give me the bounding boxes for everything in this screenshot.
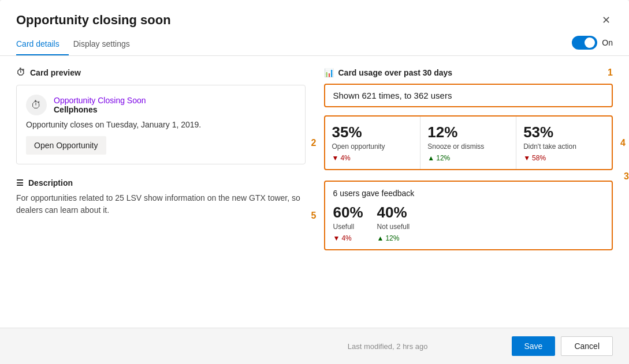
- arrow-down-icon3: [333, 234, 340, 242]
- card-subtitle: Cellphones: [54, 105, 146, 114]
- card-header: ⏱ Opportunity Closing Soon Cellphones: [26, 95, 296, 115]
- toggle-switch[interactable]: [572, 36, 597, 50]
- description-icon: ☰: [16, 178, 24, 187]
- footer-modified: Last modified, 2 hrs ago: [264, 342, 512, 351]
- usage-num2: 2: [311, 138, 317, 148]
- usage-title: 📊 Card usage over past 30 days: [324, 68, 453, 77]
- modal-header: Opportunity closing soon ✕: [0, 0, 629, 29]
- tabs-left: Card details Display settings: [16, 33, 144, 55]
- arrow-up-icon2: [377, 234, 384, 242]
- arrow-down-icon2: [523, 154, 530, 162]
- stat-noaction-change: 58%: [523, 154, 605, 162]
- feedback-title: 6 users gave feedback: [333, 189, 604, 198]
- feedback-box: 6 users gave feedback 60% Usefull 4% 40%…: [324, 181, 613, 250]
- modal-title: Opportunity closing soon: [16, 13, 171, 28]
- feedback-notusefull-label: Not usefull: [377, 223, 410, 231]
- feedback-usefull: 60% Usefull 4%: [333, 204, 363, 242]
- tabs-bar: Card details Display settings On: [0, 33, 629, 56]
- tab-display-settings[interactable]: Display settings: [73, 33, 139, 55]
- feedback-usefull-label: Usefull: [333, 223, 363, 231]
- stat-open-label: Open opportunity: [332, 142, 414, 151]
- arrow-down-icon: [332, 154, 339, 162]
- open-opportunity-button[interactable]: Open Opportunity: [26, 136, 106, 155]
- stat-open-pct: 35%: [332, 123, 414, 141]
- cancel-button[interactable]: Cancel: [561, 336, 613, 356]
- usage-icon: 📊: [324, 68, 334, 77]
- description-title: ☰ Description: [16, 178, 306, 187]
- toggle-area: On: [572, 36, 613, 53]
- description-text: For opportunities related to 25 LSV show…: [16, 192, 306, 216]
- feedback-notusefull-pct: 40%: [377, 204, 410, 222]
- description-section: ☰ Description For opportunities related …: [16, 178, 306, 216]
- arrow-up-icon: [427, 154, 434, 162]
- stat-snooze-pct: 12%: [427, 123, 509, 141]
- card-info: Opportunity Closing Soon Cellphones: [54, 96, 146, 114]
- usage-header: 📊 Card usage over past 30 days 1: [324, 67, 613, 78]
- card-body-text: Opportunity closes on Tuesday, January 1…: [26, 120, 296, 129]
- feedback-usefull-pct: 60%: [333, 204, 363, 222]
- stat-snooze: 12% Snooze or dismiss 12%: [420, 117, 516, 169]
- card-preview-title: ⏱ Card preview: [16, 67, 306, 78]
- usage-num4: 4: [620, 138, 626, 148]
- feedback-stats: 60% Usefull 4% 40% Not usefull 12%: [333, 204, 604, 242]
- preview-icon: ⏱: [16, 67, 25, 78]
- card-icon: ⏱: [26, 95, 47, 115]
- modal-footer: Last modified, 2 hrs ago Save Cancel: [0, 328, 629, 364]
- right-panel: 📊 Card usage over past 30 days 1 Shown 6…: [324, 67, 613, 316]
- close-button[interactable]: ✕: [600, 12, 613, 29]
- usage-num3: 3: [624, 171, 629, 182]
- feedback-notusefull-change: 12%: [377, 234, 410, 242]
- usage-num1: 1: [608, 67, 613, 78]
- modal-body: ⏱ Card preview ⏱ Opportunity Closing Soo…: [0, 56, 629, 328]
- stat-noaction-label: Didn't take action: [523, 142, 605, 151]
- usage-num5: 5: [311, 211, 317, 221]
- stats-row: 35% Open opportunity 4% 12% Snooze or di…: [324, 115, 613, 170]
- card-name: Opportunity Closing Soon: [54, 96, 146, 105]
- shown-box: Shown 621 times, to 362 users: [324, 84, 613, 107]
- stat-open-change: 4%: [332, 154, 414, 162]
- left-panel: ⏱ Card preview ⏱ Opportunity Closing Soo…: [16, 67, 306, 316]
- stat-open: 35% Open opportunity 4%: [325, 117, 421, 169]
- stat-snooze-label: Snooze or dismiss: [427, 142, 509, 151]
- modal-container: Opportunity closing soon ✕ Card details …: [0, 0, 629, 364]
- tab-card-details[interactable]: Card details: [16, 33, 69, 55]
- feedback-wrapper: 5 6 users gave feedback 60% Usefull 4% 4…: [324, 181, 613, 250]
- stat-noaction-pct: 53%: [523, 123, 605, 141]
- toggle-label: On: [602, 38, 613, 47]
- feedback-usefull-change: 4%: [333, 234, 363, 242]
- footer-buttons: Save Cancel: [512, 336, 613, 356]
- card-preview-box: ⏱ Opportunity Closing Soon Cellphones Op…: [16, 85, 306, 164]
- stat-noaction: 53% Didn't take action 58%: [516, 117, 612, 169]
- stats-row-wrapper: 2 35% Open opportunity 4% 12% Snooze or …: [324, 115, 613, 170]
- stat-snooze-change: 12%: [427, 154, 509, 162]
- feedback-notusefull: 40% Not usefull 12%: [377, 204, 410, 242]
- save-button[interactable]: Save: [512, 336, 556, 356]
